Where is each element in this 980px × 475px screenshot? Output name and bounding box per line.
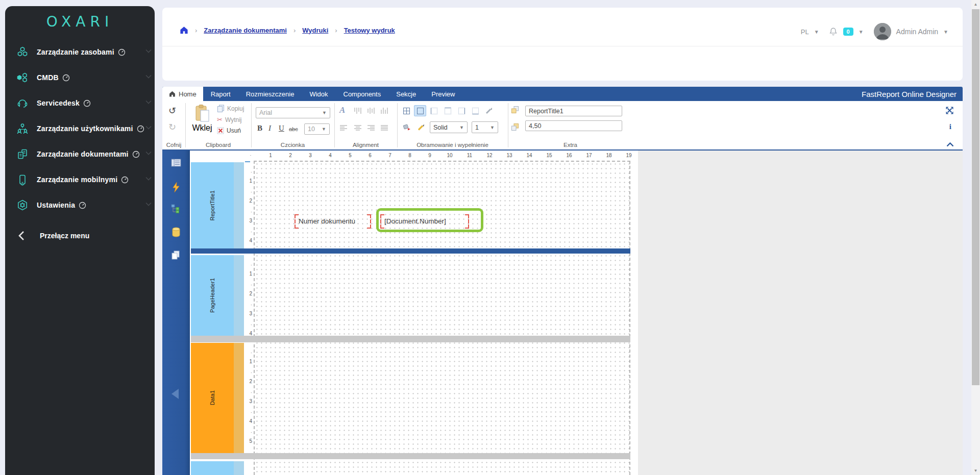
align-left-button[interactable] (339, 124, 348, 132)
notification-caret-icon[interactable]: ▼ (859, 29, 864, 35)
band-resize-handle[interactable] (191, 248, 630, 254)
border-width-select[interactable]: 1 ▼ (472, 121, 498, 133)
scroll-up-button[interactable]: ▲ (971, 0, 980, 9)
text-object-field[interactable]: [Document.Number] (381, 215, 469, 228)
sidebar-item-uzytkownicy[interactable]: Zarządzanie użytkownikami (5, 116, 155, 141)
chevron-down-icon (145, 177, 152, 181)
info-button[interactable]: i (949, 122, 951, 131)
language-caret-icon[interactable]: ▼ (814, 29, 819, 35)
breadcrumb-link-dokumenty[interactable]: Zarządzanie dokumentami (204, 27, 287, 34)
send-backward-button[interactable] (511, 123, 519, 131)
sidebar-item-ustawienia[interactable]: Ustawienia (5, 192, 155, 218)
sidebar-item-cmdb[interactable]: CMDB (5, 65, 155, 90)
brush-button[interactable] (414, 121, 427, 133)
tab-home[interactable]: Home (162, 87, 203, 101)
collapse-ribbon-button[interactable] (946, 140, 954, 149)
tab-sekcje[interactable]: Sekcje (388, 87, 424, 101)
chevron-down-icon (145, 126, 152, 130)
sidebar-collapse-toggle[interactable]: Przełącz menu (5, 224, 155, 247)
browser-scrollbar[interactable]: ▲ ▼ (971, 0, 980, 475)
tab-preview[interactable]: Preview (424, 87, 462, 101)
band-page-header[interactable]: PageHeader1 ·1·2·3·4 (191, 255, 254, 336)
border-props-button[interactable] (483, 105, 495, 116)
object-name-input[interactable] (525, 106, 622, 116)
report-canvas[interactable]: ·1·2·3·4·5·6·7·8·9·10·11·12·13·14·15·16·… (190, 151, 963, 475)
valign-top-button[interactable] (354, 107, 362, 114)
tab-rozmieszczenie[interactable]: Rozmieszczenie (238, 87, 302, 101)
align-right-button[interactable] (367, 124, 375, 132)
band-page-footer[interactable] (191, 461, 254, 475)
language-selector[interactable]: PL (801, 28, 809, 36)
undo-button[interactable]: ↺ (168, 105, 176, 116)
border-outer-button[interactable] (414, 105, 426, 116)
border-all-button[interactable] (400, 105, 412, 116)
band-resize-handle[interactable] (191, 453, 630, 459)
delete-button[interactable]: Usuń (217, 127, 241, 134)
bold-button[interactable]: B (257, 124, 262, 133)
redo-button[interactable]: ↻ (168, 121, 176, 132)
bell-icon[interactable] (828, 27, 838, 37)
scroll-down-button[interactable]: ▼ (971, 466, 980, 475)
copy-button[interactable]: Kopiuj (217, 105, 244, 112)
notification-badge[interactable]: 0 (843, 28, 853, 36)
align-center-button[interactable] (354, 124, 362, 132)
align-justify-button[interactable] (380, 124, 388, 132)
band-header[interactable] (191, 461, 234, 475)
fullscreen-icon (946, 107, 953, 114)
sidebar-item-servicedesk[interactable]: Servicedesk (5, 90, 155, 116)
valign-bottom-button[interactable] (380, 107, 388, 114)
selection-corner (367, 214, 371, 218)
events-icon[interactable] (172, 182, 180, 192)
font-family-select[interactable]: Arial ▼ (256, 107, 330, 118)
tab-label: Home (179, 90, 197, 98)
header-actions: PL ▼ 0 ▼ Admin Admin ▼ (801, 23, 948, 40)
valign-middle-button[interactable] (367, 107, 375, 114)
fill-color-button[interactable] (400, 121, 412, 133)
border-style-select[interactable]: Solid ▼ (430, 121, 468, 133)
user-caret-icon[interactable]: ▼ (943, 29, 948, 35)
italic-button[interactable]: I (268, 124, 271, 133)
avatar[interactable] (874, 23, 891, 40)
oxari-logo: OXARI (5, 13, 155, 30)
border-right-button[interactable] (455, 105, 468, 116)
group-font: Arial ▼ B I U abc 10 ▼ Czcionka (251, 101, 334, 149)
report-tree-icon[interactable] (171, 204, 180, 213)
user-menu[interactable]: Admin Admin (896, 28, 938, 36)
font-color-button[interactable]: A (339, 105, 345, 115)
band-header[interactable]: PageHeader1 (191, 255, 234, 336)
font-size-select[interactable]: 10 ▼ (304, 123, 330, 135)
band-height-input[interactable] (525, 120, 622, 131)
band-header[interactable]: Data1 (191, 343, 234, 453)
ruler-dot: · (488, 153, 491, 158)
collapse-panel-arrow[interactable] (169, 387, 182, 401)
border-bottom-button[interactable] (469, 105, 481, 116)
paste-icon (194, 104, 210, 122)
copies-icon[interactable] (171, 251, 180, 260)
ruler-dot: · (249, 153, 252, 158)
home-icon[interactable] (180, 26, 188, 34)
tab-components[interactable]: Components (336, 87, 389, 101)
strikethrough-button[interactable]: abc (289, 126, 298, 132)
band-resize-handle[interactable] (191, 336, 630, 342)
band-report-title[interactable]: ReportTitle1 ·1·2·3·4 (191, 162, 254, 248)
border-top-button[interactable] (442, 105, 454, 116)
sidebar-item-dokumenty[interactable]: Zarządzanie dokumentami (5, 141, 155, 167)
data-icon[interactable] (171, 227, 181, 237)
band-data[interactable]: Data1 ·1·2·3·4·5 (191, 343, 254, 453)
breadcrumb-link-wydruki[interactable]: Wydruki (302, 27, 328, 34)
paste-button[interactable]: Wklej (190, 104, 214, 138)
sidebar-item-mobilni[interactable]: Zarządzanie mobilnymi (5, 167, 155, 192)
properties-icon[interactable] (171, 159, 181, 167)
breadcrumb-current[interactable]: Testowy wydruk (344, 27, 395, 34)
sidebar-item-zasoby[interactable]: Zarządzanie zasobami (5, 39, 155, 65)
border-left-button[interactable] (428, 105, 440, 116)
tab-widok[interactable]: Widok (302, 87, 335, 101)
tab-raport[interactable]: Raport (203, 87, 238, 101)
scrollbar-thumb[interactable] (972, 9, 979, 385)
bring-forward-button[interactable] (511, 106, 519, 114)
fullscreen-button[interactable] (946, 107, 953, 116)
text-object-label[interactable]: Numer dokumentu (295, 215, 371, 228)
underline-button[interactable]: U (279, 124, 284, 133)
cut-button[interactable]: ✂ Wytnij (217, 116, 241, 123)
band-header[interactable]: ReportTitle1 (191, 162, 234, 248)
